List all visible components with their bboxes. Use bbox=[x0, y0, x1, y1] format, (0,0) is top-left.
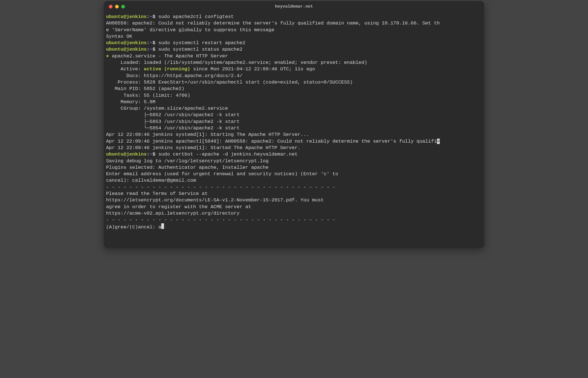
status-memory: Memory: 5.8M bbox=[106, 99, 482, 105]
status-header: ● apache2.service - The Apache HTTP Serv… bbox=[106, 53, 482, 59]
prompt-path: ~ bbox=[150, 14, 152, 19]
input-prompt[interactable]: (A)gree/(C)ancel: a bbox=[106, 223, 482, 230]
zoom-icon[interactable] bbox=[121, 5, 125, 8]
status-loaded: Loaded: loaded (/lib/systemd/system/apac… bbox=[106, 59, 482, 66]
status-proc: └─5854 /usr/sbin/apache2 -k start bbox=[106, 125, 482, 131]
status-active-value: active (running) bbox=[144, 66, 190, 72]
status-mainpid: Main PID: 5852 (apache2) bbox=[106, 86, 482, 92]
status-active: Active: active (running) since Mon 2021-… bbox=[106, 66, 482, 72]
status-process: Process: 5828 ExecStart=/usr/sbin/apache… bbox=[106, 79, 482, 86]
prompt-line: ubuntu@jenkins:~$ sudo systemctl restart… bbox=[106, 40, 482, 46]
prompt-line: ubuntu@jenkins:~$ sudo systemctl status … bbox=[106, 46, 482, 53]
status-proc: ├─5852 /usr/sbin/apache2 -k start bbox=[106, 112, 482, 118]
output-line: Enter email address (used for urgent ren… bbox=[106, 171, 482, 177]
status-docs: Docs: https://httpd.apache.org/docs/2.4/ bbox=[106, 73, 482, 79]
cursor-icon bbox=[161, 223, 164, 229]
status-dot-icon: ● bbox=[106, 53, 109, 59]
command-input: sudo systemctl restart apache2 bbox=[158, 40, 245, 46]
output-line: AH00558: apache2: Could not reliably det… bbox=[106, 20, 482, 26]
output-line: Please read the Terms of Service at bbox=[106, 190, 482, 197]
output-line: e 'ServerName' directive globally to sup… bbox=[106, 27, 482, 33]
log-line: Apr 12 22:09:46 jenkins systemd[1]: Star… bbox=[106, 131, 482, 138]
command-input: sudo systemctl status apache2 bbox=[158, 47, 243, 52]
prompt-line: ubuntu@jenkins:~$ sudo certbot --apache … bbox=[106, 151, 482, 158]
divider: - - - - - - - - - - - - - - - - - - - - … bbox=[106, 184, 482, 190]
prompt-user-host: ubuntu@jenkins bbox=[106, 14, 147, 19]
window-title: heyvaldemar.net bbox=[104, 4, 484, 9]
truncation-indicator-icon: > bbox=[437, 139, 440, 144]
titlebar: heyvaldemar.net bbox=[104, 1, 484, 12]
prompt-line: ubuntu@jenkins:~$ sudo apache2ctl config… bbox=[106, 14, 482, 20]
log-line: Apr 12 22:09:46 jenkins systemd[1]: Star… bbox=[106, 145, 482, 151]
close-icon[interactable] bbox=[109, 5, 113, 8]
terminal-viewport[interactable]: ubuntu@jenkins:~$ sudo apache2ctl config… bbox=[104, 12, 484, 248]
divider: - - - - - - - - - - - - - - - - - - - - … bbox=[106, 217, 482, 223]
status-proc: ├─5853 /usr/sbin/apache2 -k start bbox=[106, 118, 482, 125]
output-line: agree in order to register with the ACME… bbox=[106, 204, 482, 210]
output-line: https://letsencrypt.org/documents/LE-SA-… bbox=[106, 197, 482, 203]
terminal-window: heyvaldemar.net ubuntu@jenkins:~$ sudo a… bbox=[104, 1, 484, 248]
command-input: sudo apache2ctl configtest bbox=[158, 14, 234, 19]
command-input: sudo certbot --apache -d jenkins.heyvald… bbox=[158, 152, 298, 157]
output-line: Saving debug log to /var/log/letsencrypt… bbox=[106, 158, 482, 164]
status-tasks: Tasks: 55 (limit: 4706) bbox=[106, 92, 482, 99]
output-line: https://acme-v02.api.letsencrypt.org/dir… bbox=[106, 210, 482, 217]
output-line: cancel): callvaldemar@gmail.com bbox=[106, 177, 482, 184]
output-line: Plugins selected: Authenticator apache, … bbox=[106, 164, 482, 171]
minimize-icon[interactable] bbox=[115, 5, 119, 8]
status-cgroup: CGroup: /system.slice/apache2.service bbox=[106, 105, 482, 112]
agree-cancel-prompt: (A)gree/(C)ancel: a bbox=[106, 224, 161, 230]
window-controls bbox=[104, 5, 125, 8]
log-line: Apr 12 22:09:46 jenkins apachectl[5849]:… bbox=[106, 138, 482, 145]
output-line: Syntax OK bbox=[106, 33, 482, 40]
